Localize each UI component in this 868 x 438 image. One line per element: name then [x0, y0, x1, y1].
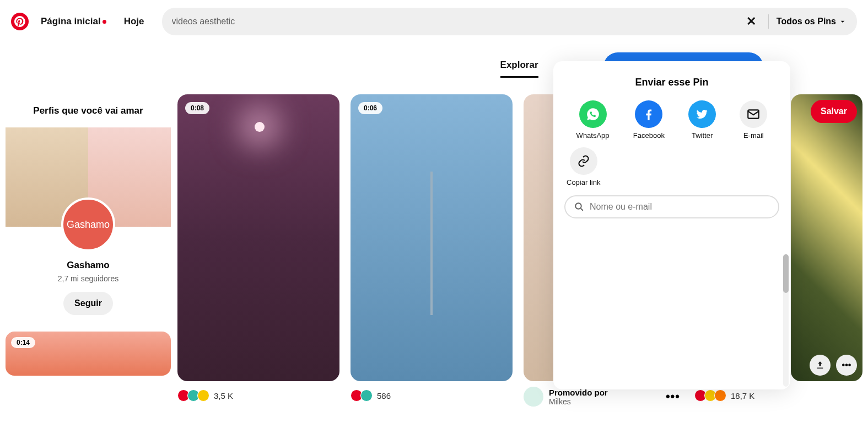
wow-icon [197, 389, 209, 402]
svg-point-1 [575, 203, 581, 209]
share-facebook[interactable]: Facebook [633, 100, 665, 140]
chevron-down-icon [838, 17, 847, 26]
share-copy-link[interactable]: Copiar link [567, 147, 600, 186]
duration-badge: 0:08 [185, 102, 209, 114]
reaction-count: 18,7 K [731, 391, 754, 400]
share-title: Enviar esse Pin [553, 77, 790, 88]
duration-badge: 0:06 [358, 102, 382, 114]
reaction-icons [177, 389, 209, 402]
clear-search-icon[interactable]: ✕ [742, 14, 761, 29]
profile-name[interactable]: Gashamo [6, 260, 171, 271]
divider [768, 14, 769, 29]
pin-1-reactions[interactable]: 3,5 K [177, 389, 233, 402]
twitter-icon [688, 100, 716, 128]
notification-dot [103, 20, 106, 24]
pin-4[interactable]: Salvar ••• [791, 94, 862, 381]
pin-3-meta: Promovido por Milkes ••• [524, 387, 686, 407]
more-icon[interactable]: ••• [666, 389, 680, 404]
popover-scrollbar[interactable] [783, 254, 789, 387]
share-email[interactable]: E-mail [740, 100, 767, 140]
pin-4-reactions[interactable]: 18,7 K [694, 389, 754, 402]
share-whatsapp[interactable]: WhatsApp [576, 100, 610, 140]
share-row-2: Copiar link [553, 147, 790, 186]
nav-home-label: Página inicial [41, 16, 101, 27]
recipient-input[interactable] [590, 202, 769, 212]
save-button[interactable]: Salvar [811, 100, 857, 123]
share-twitter[interactable]: Twitter [688, 100, 716, 140]
pin-1[interactable]: 0:08 [177, 94, 339, 381]
share-label: WhatsApp [576, 131, 610, 140]
profile-followers: 2,7 mi seguidores [6, 274, 171, 283]
facebook-icon [635, 100, 662, 128]
share-popover: Enviar esse Pin WhatsApp Facebook Twitte… [553, 61, 790, 389]
profile-images[interactable]: Gashamo [6, 127, 171, 227]
share-label: Facebook [633, 131, 665, 140]
tab-explore[interactable]: Explorar [500, 60, 538, 78]
email-icon [740, 100, 767, 128]
nav-home[interactable]: Página inicial [35, 9, 112, 34]
profile-card-2[interactable]: 0:14 [6, 332, 171, 376]
upload-icon[interactable] [810, 355, 831, 376]
recipient-search[interactable] [564, 195, 779, 218]
pins-filter[interactable]: Todos os Pins [777, 17, 847, 26]
share-row-1: WhatsApp Facebook Twitter E-mail [553, 100, 790, 140]
reaction-icons [694, 389, 726, 402]
pin-2[interactable]: 0:06 [351, 94, 513, 381]
nav-today-label: Hoje [124, 16, 144, 27]
link-icon [570, 147, 597, 175]
search-input[interactable] [172, 17, 742, 26]
sidebar-title: Perfis que você vai amar [6, 105, 171, 116]
pins-filter-label: Todos os Pins [777, 17, 836, 26]
pin-2-reactions[interactable]: 586 [351, 389, 391, 402]
follow-button[interactable]: Seguir [63, 292, 113, 315]
profile-avatar[interactable]: Gashamo [61, 197, 115, 252]
share-label: E-mail [743, 131, 764, 140]
surprise-icon [714, 389, 726, 402]
profiles-sidebar: Perfis que você vai amar Gashamo Gashamo… [6, 105, 171, 376]
whatsapp-icon [579, 100, 607, 128]
header-bar: Página inicial Hoje ✕ Todos os Pins [0, 0, 868, 43]
search-icon [574, 202, 584, 212]
duration-badge: 0:14 [11, 337, 35, 348]
pin-4-actions: ••• [810, 355, 857, 376]
share-label: Copiar link [567, 178, 600, 186]
share-label: Twitter [692, 131, 713, 140]
pinterest-logo[interactable] [11, 13, 29, 30]
star-icon [360, 389, 373, 402]
reaction-icons [351, 389, 373, 402]
search-bar[interactable]: ✕ Todos os Pins [162, 8, 858, 35]
promoter-name[interactable]: Milkes [549, 397, 608, 406]
more-icon[interactable]: ••• [836, 355, 857, 376]
nav-today[interactable]: Hoje [118, 9, 150, 34]
reaction-count: 3,5 K [214, 391, 233, 400]
reaction-count: 586 [377, 391, 391, 400]
promoter-avatar[interactable] [524, 387, 543, 407]
